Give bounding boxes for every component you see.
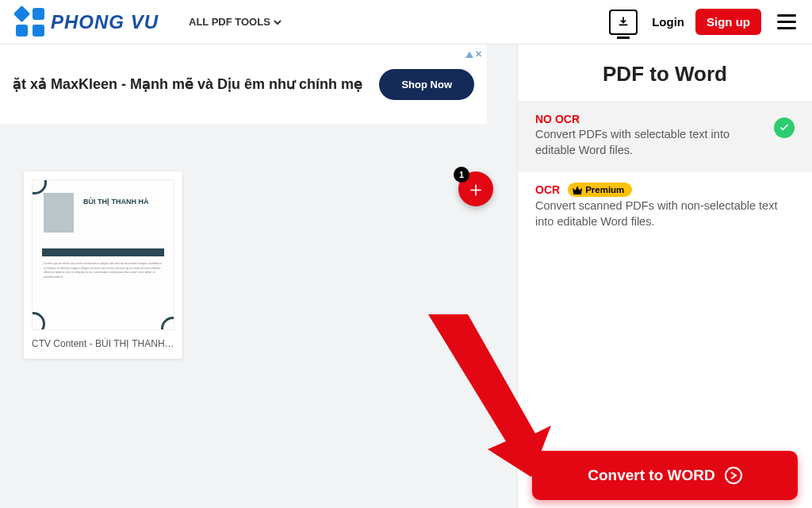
preview-name: BÙI THỊ THANH HÀ	[83, 198, 149, 206]
all-tools-dropdown[interactable]: ALL PDF TOOLS	[189, 16, 282, 28]
premium-label: Premium	[585, 185, 624, 194]
top-header: PHONG VU ALL PDF TOOLS Login Sign up	[0, 0, 812, 44]
all-tools-label: ALL PDF TOOLS	[189, 16, 270, 28]
file-thumbnail-card[interactable]: BÙI THỊ THANH HÀ Lorem ipsum dolor sit a…	[24, 171, 182, 359]
brand-logo[interactable]: PHONG VU	[16, 8, 159, 37]
ad-banner[interactable]: ặt xả MaxKleen - Mạnh mẽ và Dịu êm như c…	[0, 44, 487, 124]
plus-icon: ＋	[465, 175, 486, 203]
file-preview: BÙI THỊ THANH HÀ Lorem ipsum dolor sit a…	[32, 179, 174, 330]
selected-check-icon	[774, 117, 795, 138]
caret-down-icon	[274, 18, 282, 26]
signup-button[interactable]: Sign up	[695, 9, 761, 35]
convert-label: Convert to WORD	[588, 467, 714, 484]
download-arrow-icon	[617, 16, 630, 29]
option-ocr[interactable]: OCR Premium Convert scanned PDFs with no…	[518, 171, 812, 242]
main-area: ặt xả MaxKleen - Mạnh mẽ và Dịu êm như c…	[0, 44, 812, 508]
workspace: ặt xả MaxKleen - Mạnh mẽ và Dịu êm như c…	[0, 44, 517, 508]
side-panel: PDF to Word NO OCR Convert PDFs with sel…	[517, 44, 812, 508]
adchoices-icon[interactable]: ✕	[465, 49, 482, 60]
option-no-ocr-desc: Convert PDFs with selectable text into e…	[535, 127, 766, 158]
add-file-button[interactable]: ＋ 1	[458, 171, 493, 206]
login-link[interactable]: Login	[652, 15, 684, 29]
logo-icon	[16, 8, 44, 37]
option-no-ocr[interactable]: NO OCR Convert PDFs with selectable text…	[518, 101, 812, 171]
file-count-badge: 1	[454, 167, 469, 183]
brand-text: PHONG VU	[51, 11, 159, 33]
ad-headline: ặt xả MaxKleen - Mạnh mẽ và Dịu êm như c…	[13, 75, 362, 93]
crown-icon	[573, 185, 582, 194]
desktop-download-icon[interactable]	[609, 10, 638, 35]
premium-badge: Premium	[568, 183, 632, 197]
option-no-ocr-title: NO OCR	[535, 113, 580, 125]
menu-icon[interactable]	[777, 14, 796, 29]
convert-button[interactable]: Convert to WORD	[532, 451, 798, 500]
panel-title: PDF to Word	[518, 44, 812, 101]
option-ocr-title: OCR	[535, 183, 560, 196]
file-name-label: CTV Content - BÙI THỊ THANH …	[32, 338, 174, 349]
ad-cta-button[interactable]: Shop Now	[379, 69, 474, 100]
arrow-right-icon	[725, 467, 742, 484]
option-ocr-desc: Convert scanned PDFs with non-selectable…	[535, 198, 795, 229]
